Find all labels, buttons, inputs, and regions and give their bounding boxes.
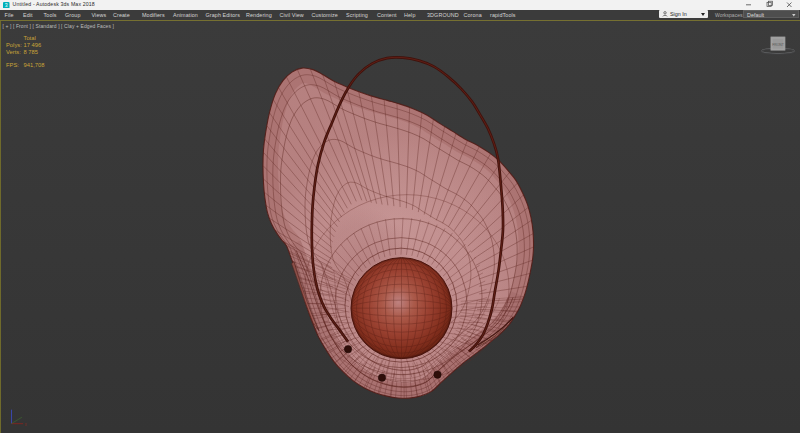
svg-text:3: 3 bbox=[5, 2, 8, 8]
svg-text:x: x bbox=[25, 421, 28, 426]
svg-text:FRONT: FRONT bbox=[772, 42, 784, 46]
